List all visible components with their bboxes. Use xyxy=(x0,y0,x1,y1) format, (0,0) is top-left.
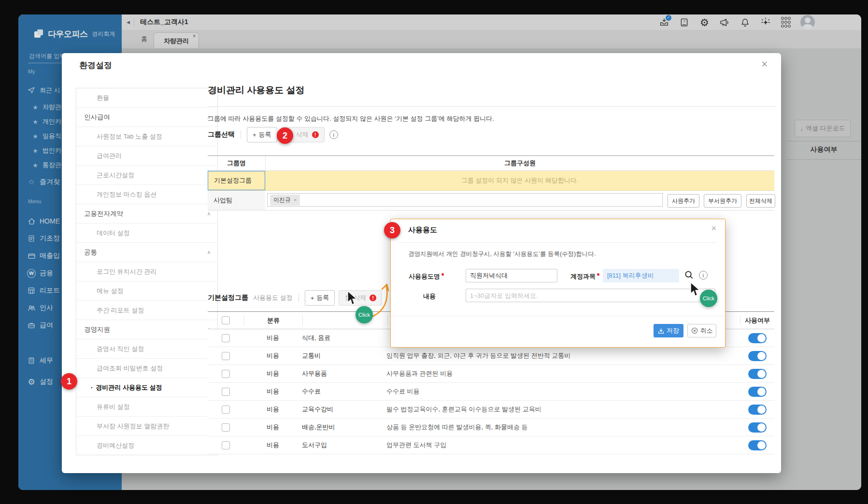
nav-item[interactable]: 급여조회 비밀번호 설정 xyxy=(76,358,217,378)
group-members-field[interactable]: 이진규× xyxy=(267,193,663,207)
member-chip[interactable]: 이진규× xyxy=(270,195,300,206)
nav-item[interactable]: 부서장 사원정보 열람권한 xyxy=(76,416,217,435)
nav-item[interactable]: 급여관리 xyxy=(76,146,217,165)
usage-toolbar-label: 사용용도 설정 xyxy=(253,294,293,302)
cancel-icon xyxy=(691,327,698,334)
step-badge-1: 1 xyxy=(61,373,77,390)
chevron-up-icon: ∧ xyxy=(207,211,211,216)
chip-remove-icon[interactable]: × xyxy=(294,197,297,203)
content-input[interactable] xyxy=(466,289,715,302)
group-toolbar: 그룹선택 +등록 삭제 ! i xyxy=(208,127,338,142)
row-checkbox[interactable] xyxy=(222,406,230,414)
step-badge-3: 3 xyxy=(384,222,400,238)
select-all-checkbox[interactable] xyxy=(222,316,230,324)
save-icon xyxy=(658,328,664,334)
row-checkbox[interactable] xyxy=(222,352,230,360)
add-department-button[interactable]: 부서원추가 xyxy=(704,194,741,208)
group-row-business-team[interactable]: 사업팀 이진규× 사원추가 부서원추가 전체삭제 xyxy=(208,191,774,210)
usage-toggle-on[interactable] xyxy=(748,405,767,415)
nav-item[interactable]: 증명서 직인 설정 xyxy=(76,339,217,358)
cancel-button[interactable]: 취소 xyxy=(687,324,716,337)
nav-item[interactable]: 로그인 유지시간 관리 xyxy=(76,262,217,281)
divider xyxy=(398,242,716,243)
usage-toggle-on[interactable] xyxy=(748,440,767,450)
usage-name-label: 사용용도명 xyxy=(409,272,444,281)
usage-toggle-on[interactable] xyxy=(748,351,767,361)
usage-row: 비용사무용품사무용품과 관련된 비용 xyxy=(208,365,774,383)
group-table-header: 그룹명 그룹구성원 xyxy=(208,155,774,171)
divider xyxy=(241,130,241,139)
nav-item-expense-usage-active[interactable]: ·경비관리 사용용도 설정 xyxy=(76,378,217,397)
nav-item[interactable]: 근로시간설정 xyxy=(76,165,217,184)
divider xyxy=(208,106,776,107)
account-search-icon[interactable] xyxy=(684,270,694,280)
usage-row: 비용수수료수수료 비용 xyxy=(208,383,774,401)
usage-row: 비용교통비임직원 업무 출장, 외근, 야근 후 귀가 등으로 발생된 전반적 … xyxy=(208,347,774,365)
divider xyxy=(299,294,299,302)
usage-row: 비용도서구입업무관련 도서책 구입 xyxy=(208,436,774,454)
group-table: 그룹명 그룹구성원 기본설정그룹 그룹 설정이 되지 않은 사원이 해당합니다.… xyxy=(208,155,774,210)
usage-row: 비용교육수강비필수 법정교육이수, 훈련교육 이수등으로 발생된 교육비 xyxy=(208,401,774,419)
row-checkbox[interactable] xyxy=(222,334,230,342)
popup-description: 경영지원에서 개인 경비청구시, 사용할 ‘사용용도’를 등록(수정)합니다. xyxy=(408,250,596,258)
info-icon[interactable]: i xyxy=(699,271,708,280)
row-checkbox[interactable] xyxy=(222,370,230,378)
click-callout-1: Click xyxy=(356,306,373,323)
usage-column-header: 사용여부 xyxy=(740,315,774,325)
nav-item[interactable]: 주간 리포트 설정 xyxy=(76,300,217,320)
settings-nav: 환율 인사급여∧ 사원정보 Tab 노출 설정 급여관리 근로시간설정 개인정보… xyxy=(76,88,218,455)
account-field[interactable]: [811] 복리후생비 xyxy=(603,269,679,282)
nav-section[interactable]: 공통∧ xyxy=(76,242,217,262)
usage-toggle-on[interactable] xyxy=(748,333,767,343)
modal-close-icon[interactable]: × xyxy=(761,58,768,70)
group-add-button[interactable]: +등록 xyxy=(247,127,277,142)
click-callout-2: Click xyxy=(700,290,717,307)
row-checkbox[interactable] xyxy=(222,423,230,432)
nav-item[interactable]: 데이터 설정 xyxy=(76,223,217,242)
usage-name-input[interactable] xyxy=(466,269,557,282)
delete-all-button[interactable]: 전체삭제 xyxy=(746,194,775,208)
group-row-default[interactable]: 기본설정그룹 그룹 설정이 되지 않은 사원이 해당합니다. xyxy=(208,171,774,191)
nav-item[interactable]: 경비예산설정 xyxy=(76,435,217,455)
save-button[interactable]: 저장 xyxy=(654,324,683,337)
page-description: 그룹에 따라 사용용도를 설정할 수 있습니다. 설정되지 않은 사원은 ‘기본… xyxy=(208,114,494,123)
row-checkbox[interactable] xyxy=(222,441,230,449)
nav-item[interactable]: 개인정보 마스킹 옵션 xyxy=(76,184,217,204)
modal-title: 환경설정 xyxy=(79,60,112,71)
popup-close-icon[interactable]: × xyxy=(711,224,716,234)
usage-group-name: 기본설정그룹 xyxy=(208,294,248,302)
nav-item[interactable]: 유류비 설정 xyxy=(76,397,217,416)
row-checkbox[interactable] xyxy=(222,388,230,396)
nav-section[interactable]: 인사급여∧ xyxy=(76,107,217,126)
required-dot xyxy=(597,273,599,276)
chevron-up-icon: ∧ xyxy=(207,250,211,255)
mouse-cursor xyxy=(690,282,701,297)
screen: 다우오피스 경리회계 My 최근 시 ★차량관리 ★개인카드 ★일용직시 ★법인… xyxy=(0,0,868,504)
nav-item[interactable]: 사원정보 Tab 노출 설정 xyxy=(76,126,217,146)
popup-title: 사용용도 xyxy=(408,225,437,235)
usage-add-button[interactable]: +등록 xyxy=(305,290,335,306)
page-title: 경비관리 사용용도 설정 xyxy=(208,84,305,97)
account-label: 계정과목 xyxy=(570,272,599,281)
usage-toggle-on[interactable] xyxy=(748,422,767,433)
nav-item[interactable]: 환율 xyxy=(76,88,217,107)
divider xyxy=(391,316,725,316)
nav-section[interactable]: 고용전자계약∧ xyxy=(76,204,217,223)
info-icon[interactable]: i xyxy=(329,130,338,139)
category-column-header: 분류 xyxy=(244,315,303,325)
step-badge-2: 2 xyxy=(277,127,293,144)
required-dot xyxy=(441,273,444,276)
nav-item[interactable]: 메뉴 설정 xyxy=(76,281,217,300)
group-select-label: 그룹선택 xyxy=(208,130,235,139)
nav-section[interactable]: 경영지원∧ xyxy=(76,320,217,339)
add-employee-button[interactable]: 사원추가 xyxy=(668,194,699,208)
bullet-icon: · xyxy=(91,384,93,391)
content-label: 내용 xyxy=(423,292,436,301)
usage-row: 비용배송,운반비상품 등 운반요청에 따른 발생비용, 퀵, 화물배송 등 xyxy=(208,419,774,436)
usage-toggle-on[interactable] xyxy=(748,387,767,397)
mouse-cursor xyxy=(347,291,358,306)
usage-toggle-on[interactable] xyxy=(748,369,767,379)
usage-purpose-popup: 사용용도 × 경영지원에서 개인 경비청구시, 사용할 ‘사용용도’를 등록(수… xyxy=(390,219,726,348)
alert-badge: ! xyxy=(312,131,319,138)
